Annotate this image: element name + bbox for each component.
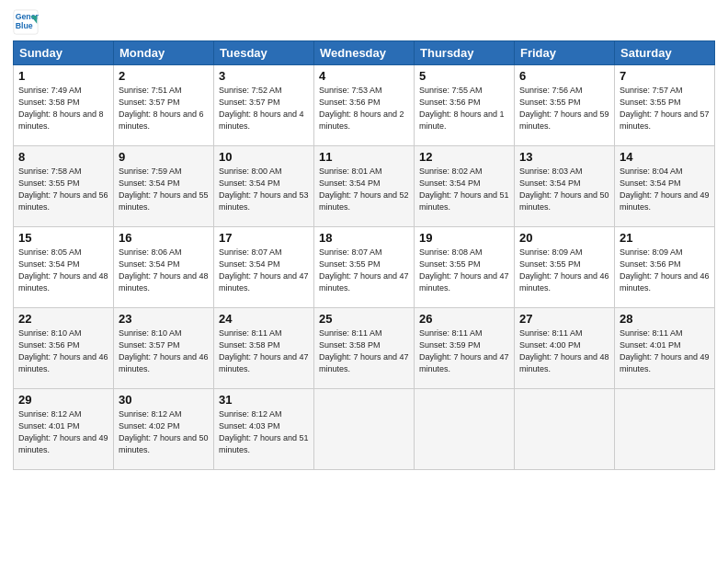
- day-number: 27: [519, 312, 609, 326]
- day-cell: 9Sunrise: 7:59 AMSunset: 3:54 PMDaylight…: [114, 146, 214, 227]
- day-cell: 23Sunrise: 8:10 AMSunset: 3:57 PMDayligh…: [114, 308, 214, 389]
- day-info: Sunrise: 7:51 AMSunset: 3:57 PMDaylight:…: [119, 85, 209, 132]
- day-info: Sunrise: 7:52 AMSunset: 3:57 PMDaylight:…: [219, 85, 309, 132]
- day-info: Sunrise: 8:07 AMSunset: 3:55 PMDaylight:…: [319, 247, 409, 294]
- day-cell: 24Sunrise: 8:11 AMSunset: 3:58 PMDayligh…: [214, 308, 314, 389]
- day-cell: 12Sunrise: 8:02 AMSunset: 3:54 PMDayligh…: [415, 146, 515, 227]
- day-number: 21: [620, 231, 710, 245]
- day-cell: 5Sunrise: 7:55 AMSunset: 3:56 PMDaylight…: [415, 65, 515, 146]
- day-info: Sunrise: 8:11 AMSunset: 3:58 PMDaylight:…: [319, 327, 409, 375]
- day-info: Sunrise: 8:12 AMSunset: 4:02 PMDaylight:…: [119, 408, 209, 456]
- week-row-3: 15Sunrise: 8:05 AMSunset: 3:54 PMDayligh…: [14, 227, 715, 308]
- day-number: 11: [319, 150, 409, 164]
- week-row-5: 29Sunrise: 8:12 AMSunset: 4:01 PMDayligh…: [14, 389, 715, 470]
- col-header-monday: Monday: [114, 41, 214, 65]
- day-number: 19: [419, 231, 509, 245]
- day-info: Sunrise: 8:11 AMSunset: 4:00 PMDaylight:…: [519, 327, 609, 375]
- day-number: 14: [620, 150, 710, 164]
- day-number: 6: [519, 69, 609, 83]
- day-cell: 11Sunrise: 8:01 AMSunset: 3:54 PMDayligh…: [314, 146, 415, 227]
- page: General Blue SundayMondayTuesdayWednesda…: [0, 0, 728, 563]
- week-row-2: 8Sunrise: 7:58 AMSunset: 3:55 PMDaylight…: [14, 146, 715, 227]
- day-info: Sunrise: 8:03 AMSunset: 3:54 PMDaylight:…: [519, 166, 609, 213]
- day-number: 3: [219, 69, 309, 83]
- day-cell: 19Sunrise: 8:08 AMSunset: 3:55 PMDayligh…: [415, 227, 515, 308]
- day-info: Sunrise: 8:11 AMSunset: 3:58 PMDaylight:…: [219, 327, 309, 375]
- day-cell: 3Sunrise: 7:52 AMSunset: 3:57 PMDaylight…: [214, 65, 314, 146]
- day-cell: 4Sunrise: 7:53 AMSunset: 3:56 PMDaylight…: [314, 65, 415, 146]
- col-header-sunday: Sunday: [14, 41, 114, 65]
- day-number: 7: [620, 69, 710, 83]
- day-info: Sunrise: 8:10 AMSunset: 3:57 PMDaylight:…: [119, 327, 209, 375]
- day-cell: 10Sunrise: 8:00 AMSunset: 3:54 PMDayligh…: [214, 146, 314, 227]
- header: General Blue: [13, 9, 715, 35]
- day-cell: 18Sunrise: 8:07 AMSunset: 3:55 PMDayligh…: [314, 227, 415, 308]
- col-header-wednesday: Wednesday: [314, 41, 415, 65]
- day-cell: 1Sunrise: 7:49 AMSunset: 3:58 PMDaylight…: [14, 65, 114, 146]
- day-number: 1: [18, 69, 108, 83]
- day-number: 26: [419, 312, 509, 326]
- day-info: Sunrise: 8:06 AMSunset: 3:54 PMDaylight:…: [119, 247, 209, 294]
- day-number: 12: [419, 150, 509, 164]
- day-info: Sunrise: 8:09 AMSunset: 3:55 PMDaylight:…: [519, 247, 609, 294]
- day-cell: 2Sunrise: 7:51 AMSunset: 3:57 PMDaylight…: [114, 65, 214, 146]
- week-row-1: 1Sunrise: 7:49 AMSunset: 3:58 PMDaylight…: [14, 65, 715, 146]
- day-cell: 8Sunrise: 7:58 AMSunset: 3:55 PMDaylight…: [14, 146, 114, 227]
- day-cell: 30Sunrise: 8:12 AMSunset: 4:02 PMDayligh…: [114, 389, 214, 470]
- day-number: 2: [119, 69, 209, 83]
- day-cell: 26Sunrise: 8:11 AMSunset: 3:59 PMDayligh…: [415, 308, 515, 389]
- day-number: 25: [319, 312, 409, 326]
- day-number: 18: [319, 231, 409, 245]
- day-info: Sunrise: 8:10 AMSunset: 3:56 PMDaylight:…: [18, 327, 108, 375]
- day-number: 22: [18, 312, 108, 326]
- day-info: Sunrise: 8:09 AMSunset: 3:56 PMDaylight:…: [620, 247, 710, 294]
- day-number: 8: [18, 150, 108, 164]
- logo-icon: General Blue: [13, 9, 39, 35]
- day-info: Sunrise: 8:11 AMSunset: 3:59 PMDaylight:…: [419, 327, 509, 375]
- day-info: Sunrise: 7:57 AMSunset: 3:55 PMDaylight:…: [620, 85, 710, 132]
- week-row-4: 22Sunrise: 8:10 AMSunset: 3:56 PMDayligh…: [14, 308, 715, 389]
- day-cell: 21Sunrise: 8:09 AMSunset: 3:56 PMDayligh…: [615, 227, 715, 308]
- day-info: Sunrise: 8:04 AMSunset: 3:54 PMDaylight:…: [620, 166, 710, 213]
- day-number: 29: [18, 393, 108, 407]
- day-info: Sunrise: 7:56 AMSunset: 3:55 PMDaylight:…: [519, 85, 609, 132]
- day-cell: 13Sunrise: 8:03 AMSunset: 3:54 PMDayligh…: [515, 146, 615, 227]
- day-cell: 14Sunrise: 8:04 AMSunset: 3:54 PMDayligh…: [615, 146, 715, 227]
- day-number: 4: [319, 69, 409, 83]
- day-info: Sunrise: 8:05 AMSunset: 3:54 PMDaylight:…: [18, 247, 108, 294]
- col-header-thursday: Thursday: [415, 41, 515, 65]
- day-number: 28: [620, 312, 710, 326]
- day-number: 23: [119, 312, 209, 326]
- calendar-table: SundayMondayTuesdayWednesdayThursdayFrid…: [13, 40, 715, 470]
- day-info: Sunrise: 8:08 AMSunset: 3:55 PMDaylight:…: [419, 247, 509, 294]
- day-number: 15: [18, 231, 108, 245]
- day-cell: 29Sunrise: 8:12 AMSunset: 4:01 PMDayligh…: [14, 389, 114, 470]
- day-cell: 22Sunrise: 8:10 AMSunset: 3:56 PMDayligh…: [14, 308, 114, 389]
- day-cell: [515, 389, 615, 470]
- col-header-friday: Friday: [515, 41, 615, 65]
- day-number: 30: [119, 393, 209, 407]
- day-number: 20: [519, 231, 609, 245]
- day-cell: 16Sunrise: 8:06 AMSunset: 3:54 PMDayligh…: [114, 227, 214, 308]
- day-info: Sunrise: 8:01 AMSunset: 3:54 PMDaylight:…: [319, 166, 409, 213]
- day-cell: 17Sunrise: 8:07 AMSunset: 3:54 PMDayligh…: [214, 227, 314, 308]
- col-header-tuesday: Tuesday: [214, 41, 314, 65]
- day-number: 31: [219, 393, 309, 407]
- day-cell: 7Sunrise: 7:57 AMSunset: 3:55 PMDaylight…: [615, 65, 715, 146]
- day-number: 16: [119, 231, 209, 245]
- day-info: Sunrise: 7:59 AMSunset: 3:54 PMDaylight:…: [119, 166, 209, 213]
- logo: General Blue: [13, 9, 42, 35]
- day-number: 24: [219, 312, 309, 326]
- day-cell: 15Sunrise: 8:05 AMSunset: 3:54 PMDayligh…: [14, 227, 114, 308]
- day-cell: 28Sunrise: 8:11 AMSunset: 4:01 PMDayligh…: [615, 308, 715, 389]
- day-info: Sunrise: 7:58 AMSunset: 3:55 PMDaylight:…: [18, 166, 108, 213]
- day-number: 9: [119, 150, 209, 164]
- day-info: Sunrise: 8:07 AMSunset: 3:54 PMDaylight:…: [219, 247, 309, 294]
- day-cell: 20Sunrise: 8:09 AMSunset: 3:55 PMDayligh…: [515, 227, 615, 308]
- day-number: 13: [519, 150, 609, 164]
- day-number: 10: [219, 150, 309, 164]
- day-cell: [314, 389, 415, 470]
- day-info: Sunrise: 8:11 AMSunset: 4:01 PMDaylight:…: [620, 327, 710, 375]
- day-cell: 6Sunrise: 7:56 AMSunset: 3:55 PMDaylight…: [515, 65, 615, 146]
- day-cell: [615, 389, 715, 470]
